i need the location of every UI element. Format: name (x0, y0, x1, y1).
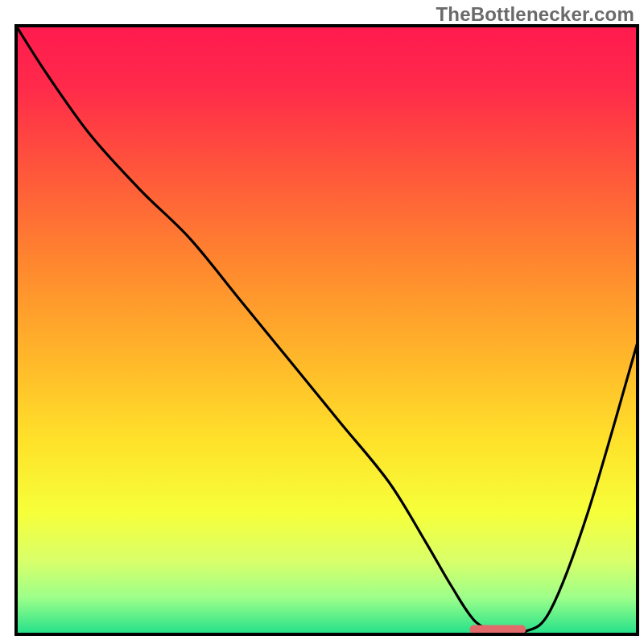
optimal-range-marker (470, 625, 526, 634)
watermark-text: TheBottlenecker.com (436, 3, 634, 26)
bottleneck-chart (0, 0, 644, 644)
gradient-background (16, 26, 638, 634)
chart-container: TheBottlenecker.com (0, 0, 644, 644)
